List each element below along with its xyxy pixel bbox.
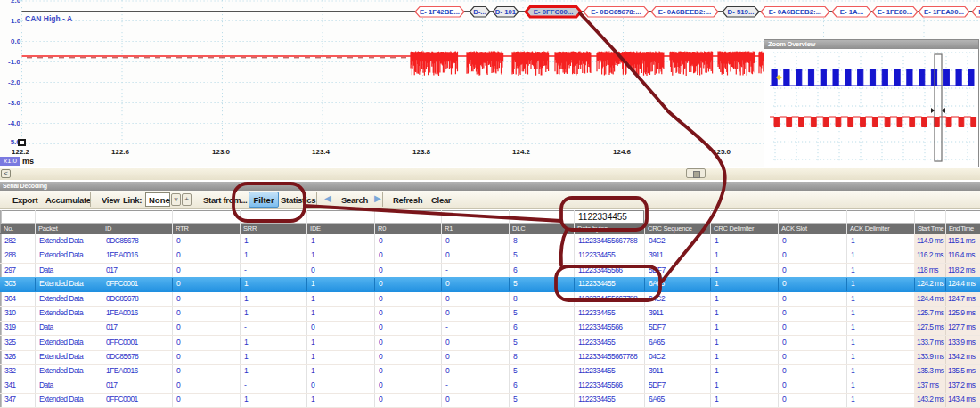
svg-text:E- 0DC85678:...: E- 0DC85678:... xyxy=(591,8,641,16)
svg-text:E- 1A...: E- 1A... xyxy=(840,8,863,16)
svg-text:D- 101: D- 101 xyxy=(495,8,517,16)
svg-text:E- 1F42BE...: E- 1F42BE... xyxy=(420,8,460,16)
svg-text:E- 0A6BEEB2:...: E- 0A6BEEB2:... xyxy=(769,8,821,16)
svg-text:E- 1FE80...: E- 1FE80... xyxy=(878,8,912,16)
svg-text:E- 0FFC00...: E- 0FFC00... xyxy=(534,8,574,16)
svg-text:E- 0A6BEEB2:...: E- 0A6BEEB2:... xyxy=(658,8,711,16)
svg-text:E- 1FEA00...: E- 1FEA00... xyxy=(924,8,964,16)
svg-text:D- 519...: D- 519... xyxy=(728,8,755,16)
svg-text:D-...: D-... xyxy=(473,8,486,16)
